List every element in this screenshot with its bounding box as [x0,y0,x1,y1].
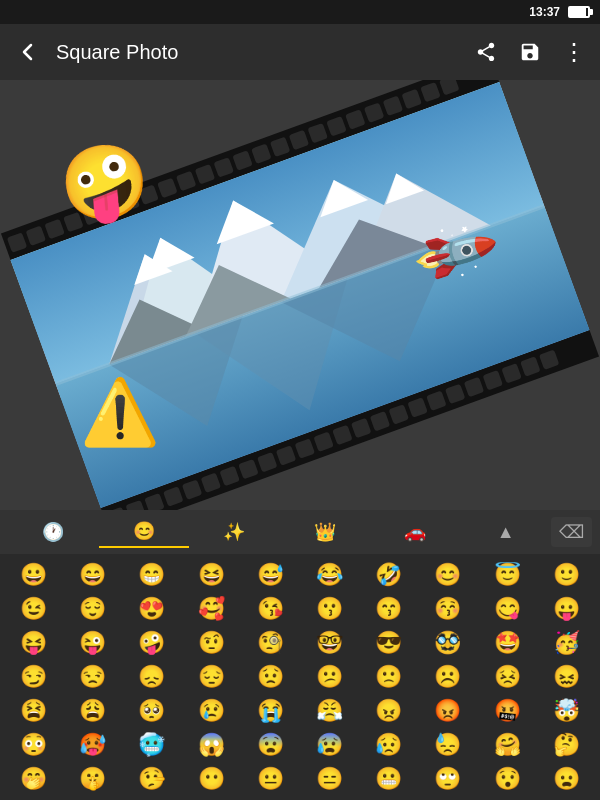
emoji-cell[interactable]: 😣 [478,660,537,694]
film-hole [501,363,522,384]
emoji-cell[interactable]: 😶 [182,762,241,796]
emoji-cell[interactable]: 🧐 [241,626,300,660]
emoji-cell[interactable]: 😖 [537,660,596,694]
emoji-cell[interactable]: 🙂 [537,558,596,592]
sticker-warning[interactable]: ⚠️ [80,375,160,450]
emoji-cell[interactable]: 😑 [300,762,359,796]
emoji-cell[interactable]: 🤥 [122,762,181,796]
emoji-cell[interactable]: 😊 [418,558,477,592]
emoji-cell[interactable]: ☹️ [418,660,477,694]
emoji-cell[interactable]: 😩 [63,694,122,728]
film-hole [238,459,259,480]
emoji-cell[interactable]: 🤪 [122,626,181,660]
emoji-cell[interactable]: 😥 [359,728,418,762]
emoji-cell[interactable]: 😦 [537,762,596,796]
emoji-cell[interactable]: 😬 [359,762,418,796]
emoji-cell[interactable]: 😘 [241,592,300,626]
emoji-cell[interactable]: 😁 [122,558,181,592]
emoji-cell[interactable]: 🤗 [478,728,537,762]
emoji-cell[interactable]: 😅 [241,558,300,592]
battery-icon [568,6,590,18]
emoji-cat-crown[interactable]: 👑 [280,517,371,547]
emoji-backspace-button[interactable]: ⌫ [551,517,592,547]
emoji-cell[interactable]: 😡 [418,694,477,728]
emoji-cell[interactable]: 🙄 [418,762,477,796]
emoji-cell[interactable]: 😛 [537,592,596,626]
emoji-cell[interactable]: 😇 [478,558,537,592]
emoji-cell[interactable]: 🤣 [359,558,418,592]
emoji-cell[interactable]: 🤬 [478,694,537,728]
emoji-cell[interactable]: 🥺 [122,694,181,728]
emoji-cell[interactable]: 🤭 [4,762,63,796]
emoji-cell[interactable]: 😱 [182,728,241,762]
emoji-cell[interactable]: 😂 [300,558,359,592]
share-button[interactable] [472,38,500,66]
emoji-cell[interactable]: 🥸 [418,626,477,660]
emoji-category-bar: 🕐 😊 ✨ 👑 🚗 ▲ ⌫ [0,510,600,554]
emoji-cat-triangle[interactable]: ▲ [461,518,552,547]
more-button[interactable]: ⋮ [560,38,588,66]
save-button[interactable] [516,38,544,66]
emoji-cell[interactable]: 😳 [4,728,63,762]
emoji-cell[interactable]: 😍 [122,592,181,626]
emoji-cell[interactable]: 😀 [4,558,63,592]
back-button[interactable] [12,36,44,68]
emoji-cell[interactable]: 😓 [418,728,477,762]
sticker-crazy-face[interactable]: 🤪 [56,136,153,229]
emoji-cat-sparkles[interactable]: ✨ [189,517,280,547]
emoji-cell[interactable]: 🙁 [359,660,418,694]
emoji-cell[interactable]: 😭 [241,694,300,728]
emoji-cell[interactable]: 🤯 [537,694,596,728]
emoji-cell[interactable]: 🤨 [182,626,241,660]
emoji-cell[interactable]: 😞 [122,660,181,694]
emoji-cell[interactable]: 😢 [182,694,241,728]
emoji-cell[interactable]: 😗 [300,592,359,626]
emoji-cell[interactable]: 🤩 [478,626,537,660]
emoji-cell[interactable]: 🥰 [182,592,241,626]
emoji-cat-smileys[interactable]: 😊 [99,516,190,548]
emoji-cell[interactable]: 😌 [63,592,122,626]
emoji-cell[interactable]: 😠 [359,694,418,728]
film-hole [144,493,165,510]
film-hole [307,123,328,144]
top-bar: Square Photo ⋮ [0,24,600,80]
film-hole [483,370,504,391]
emoji-cell[interactable]: 🤔 [537,728,596,762]
film-hole [44,219,65,240]
emoji-cell[interactable]: 😏 [4,660,63,694]
emoji-cell[interactable]: 🤓 [300,626,359,660]
emoji-cell[interactable]: 😜 [63,626,122,660]
emoji-cell[interactable]: 😰 [300,728,359,762]
emoji-cell[interactable]: 😋 [478,592,537,626]
emoji-cell[interactable]: 😐 [241,762,300,796]
emoji-cell[interactable]: 🤫 [63,762,122,796]
film-hole [201,473,222,494]
emoji-cell[interactable]: 😉 [4,592,63,626]
emoji-cell[interactable]: 😎 [359,626,418,660]
emoji-cat-recent[interactable]: 🕐 [8,517,99,547]
status-bar: 13:37 [0,0,600,24]
emoji-cell[interactable]: 🥶 [122,728,181,762]
emoji-cell[interactable]: 😝 [4,626,63,660]
emoji-cell[interactable]: 🥳 [537,626,596,660]
emoji-cell[interactable]: 😯 [478,762,537,796]
film-hole [257,452,278,473]
emoji-cell[interactable]: 😒 [63,660,122,694]
emoji-cell[interactable]: 😙 [359,592,418,626]
canvas-area[interactable]: 🤪 🚀 ⚠️ [0,80,600,510]
film-hole [7,232,28,253]
film-hole [270,137,291,158]
emoji-cell[interactable]: 🥵 [63,728,122,762]
emoji-cell[interactable]: 😤 [300,694,359,728]
emoji-cell[interactable]: 😕 [300,660,359,694]
emoji-cell[interactable]: 😚 [418,592,477,626]
emoji-cell[interactable]: 😔 [182,660,241,694]
film-hole [289,130,310,151]
film-hole [364,102,385,123]
emoji-cell[interactable]: 😆 [182,558,241,592]
emoji-cat-car[interactable]: 🚗 [370,517,461,547]
emoji-cell[interactable]: 😨 [241,728,300,762]
emoji-cell[interactable]: 😟 [241,660,300,694]
emoji-cell[interactable]: 😫 [4,694,63,728]
emoji-cell[interactable]: 😄 [63,558,122,592]
